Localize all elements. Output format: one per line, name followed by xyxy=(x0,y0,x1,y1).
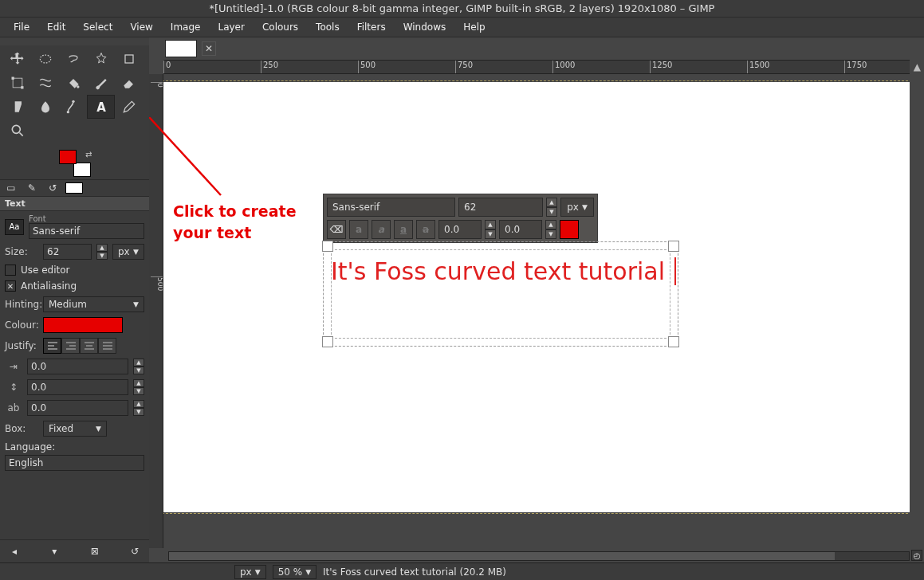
letter-spacing-field[interactable]: 0.0 xyxy=(27,400,128,416)
size-unit-select[interactable]: px▼ xyxy=(112,244,144,260)
menu-tools[interactable]: Tools xyxy=(307,18,348,36)
ost-kern-spinner[interactable]: ▲▼ xyxy=(545,220,556,239)
ost-size-field[interactable]: 62 xyxy=(458,198,543,217)
image-canvas[interactable]: Sans-serif 62 ▲▼ px ▼ ⌫ a a a a 0.0 ▲▼ 0… xyxy=(163,74,910,548)
menu-select[interactable]: Select xyxy=(74,18,121,36)
nav-pan-icon[interactable]: ▲ xyxy=(914,61,921,72)
size-field[interactable]: 62 xyxy=(43,244,92,260)
size-label: Size: xyxy=(5,246,38,257)
navigation-panner[interactable]: ◴ xyxy=(911,550,922,561)
indent-field[interactable]: 0.0 xyxy=(27,359,128,374)
menu-edit[interactable]: Edit xyxy=(38,18,74,36)
fg-bg-colors[interactable]: ⇄ xyxy=(59,150,91,177)
handle-top-right[interactable] xyxy=(668,241,679,252)
reset-options-icon[interactable]: ↺ xyxy=(125,543,144,559)
eraser-tool[interactable] xyxy=(115,71,143,95)
device-tab-icon[interactable]: ✎ xyxy=(24,182,40,194)
tool-options-tab-icon[interactable]: ▭ xyxy=(3,182,19,194)
delete-options-icon[interactable]: ⊠ xyxy=(85,543,104,559)
status-unit-select[interactable]: px▼ xyxy=(234,565,266,579)
ost-italic-button[interactable]: a xyxy=(372,220,391,239)
ost-baseline-spinner[interactable]: ▲▼ xyxy=(485,220,496,239)
color-picker-tool[interactable] xyxy=(115,95,143,119)
horizontal-ruler[interactable]: 02505007501000125015001750 xyxy=(163,60,910,74)
warp-tool[interactable] xyxy=(31,71,59,95)
ost-kern-field[interactable]: 0.0 xyxy=(499,220,542,239)
line-spacing-field[interactable]: 0.0 xyxy=(27,379,128,395)
line-spacing-spinner[interactable]: ▲▼ xyxy=(133,379,144,395)
ost-font-field[interactable]: Sans-serif xyxy=(327,198,455,217)
palette-tab-icon[interactable] xyxy=(65,182,83,194)
antialias-checkbox[interactable]: ✕ xyxy=(5,280,16,292)
indent-spinner[interactable]: ▲▼ xyxy=(133,359,144,374)
paintbrush-tool[interactable] xyxy=(87,71,115,95)
font-field[interactable]: Sans-serif xyxy=(29,223,144,239)
ost-baseline-field[interactable]: 0.0 xyxy=(438,220,482,239)
text-colour-swatch[interactable] xyxy=(43,317,123,333)
save-options-icon[interactable]: ▾ xyxy=(45,543,64,559)
ost-colour-swatch[interactable] xyxy=(560,220,579,239)
dock-menu-icon[interactable]: ◂ xyxy=(5,543,24,559)
transform-tool[interactable] xyxy=(3,71,31,95)
crop-tool[interactable] xyxy=(115,47,143,71)
ost-size-spinner[interactable]: ▲▼ xyxy=(546,198,557,217)
zoom-tool[interactable] xyxy=(3,119,31,143)
menu-layer[interactable]: Layer xyxy=(209,18,253,36)
justify-fill-button[interactable] xyxy=(98,338,116,354)
justify-center-button[interactable] xyxy=(80,338,98,354)
indent-icon: ⇥ xyxy=(5,361,22,372)
font-label: Font xyxy=(29,214,144,223)
status-zoom-select[interactable]: 50 %▼ xyxy=(273,565,317,579)
ost-underline-button[interactable]: a xyxy=(394,220,413,239)
vertical-ruler[interactable]: 0500 xyxy=(149,74,163,548)
smudge-tool[interactable] xyxy=(31,95,59,119)
path-tool[interactable] xyxy=(59,95,87,119)
history-tab-icon[interactable]: ↺ xyxy=(45,182,61,194)
handle-top-left[interactable] xyxy=(322,241,333,252)
menu-filters[interactable]: Filters xyxy=(348,18,395,36)
ost-clear-button[interactable]: ⌫ xyxy=(327,220,346,239)
move-tool[interactable] xyxy=(3,47,31,71)
ost-bold-button[interactable]: a xyxy=(349,220,368,239)
handle-bottom-left[interactable] xyxy=(322,336,333,347)
status-message: It's Foss curved text tutorial (20.2 MB) xyxy=(323,566,506,578)
text-tool[interactable]: A xyxy=(87,95,115,119)
clone-tool[interactable] xyxy=(3,95,31,119)
fuzzy-select-tool[interactable] xyxy=(87,47,115,71)
menu-image[interactable]: Image xyxy=(162,18,210,36)
box-select[interactable]: Fixed▼ xyxy=(43,421,107,437)
ellipse-select-tool[interactable] xyxy=(31,47,59,71)
horizontal-scrollbar[interactable] xyxy=(168,551,910,561)
ost-strike-button[interactable]: a xyxy=(416,220,435,239)
svg-rect-4 xyxy=(21,86,23,88)
use-editor-checkbox[interactable] xyxy=(5,265,16,276)
justify-left-button[interactable] xyxy=(43,338,61,354)
swap-colors-icon[interactable]: ⇄ xyxy=(85,150,92,159)
justify-right-button[interactable] xyxy=(61,338,80,354)
document-tab-close[interactable]: ✕ xyxy=(202,41,216,56)
menu-file[interactable]: File xyxy=(5,18,38,36)
bucket-fill-tool[interactable] xyxy=(59,71,87,95)
svg-point-7 xyxy=(72,100,74,103)
ost-unit-select[interactable]: px ▼ xyxy=(560,198,594,217)
text-layer-bbox[interactable]: It's Foss curved text tutorial xyxy=(323,241,678,347)
menu-colours[interactable]: Colours xyxy=(254,18,307,36)
lasso-tool[interactable] xyxy=(59,47,87,71)
ruler-tick: 1750 xyxy=(844,61,867,73)
letter-spacing-spinner[interactable]: ▲▼ xyxy=(133,400,144,416)
hinting-select[interactable]: Medium▼ xyxy=(43,296,144,312)
left-dock: A ⇄ ▭ ✎ ↺ Text Aa Font Sans-serif xyxy=(0,37,149,562)
menu-windows[interactable]: Windows xyxy=(395,18,455,36)
text-layer-content[interactable]: It's Foss curved text tutorial xyxy=(331,257,676,285)
menu-view[interactable]: View xyxy=(121,18,161,36)
font-icon: Aa xyxy=(5,219,24,235)
colour-label: Colour: xyxy=(5,319,38,331)
language-field[interactable]: English xyxy=(5,455,144,471)
menu-help[interactable]: Help xyxy=(454,18,493,36)
svg-text:A: A xyxy=(96,100,106,115)
document-tab-thumb[interactable] xyxy=(165,40,197,57)
ruler-tick: 500 xyxy=(358,61,375,73)
line-spacing-icon: ↕ xyxy=(5,382,22,393)
handle-bottom-right[interactable] xyxy=(668,336,679,347)
size-spinner[interactable]: ▲▼ xyxy=(96,244,108,260)
